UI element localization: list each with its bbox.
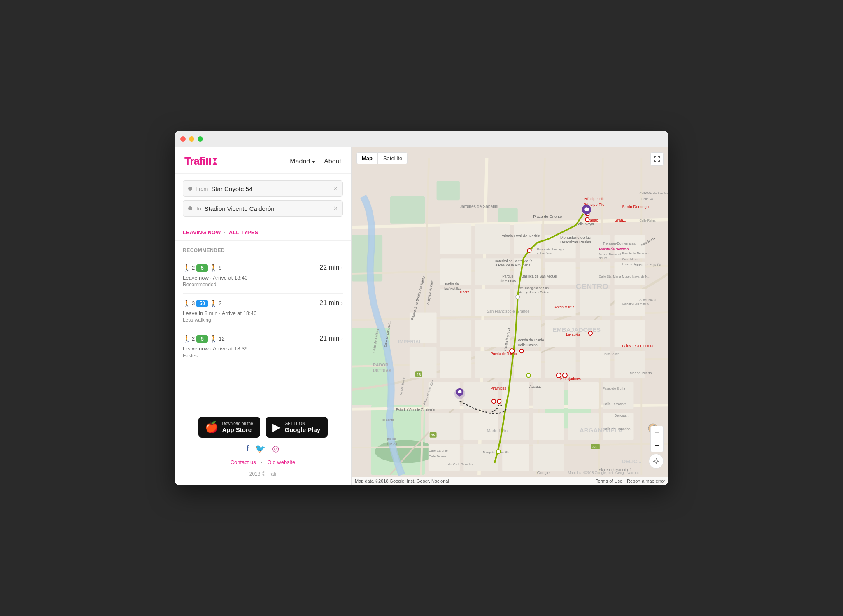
svg-text:las Vistillas: las Vistillas	[444, 287, 461, 291]
google-play-text: GET IT ON Google Play	[285, 421, 321, 434]
map-container[interactable]: Calle Mayor Calle Reina Paseo Imperial C…	[352, 147, 668, 485]
map-attribution-bar: Map data ©2018 Google, Inst. Geogr. Naci…	[352, 477, 668, 485]
to-input-row[interactable]: To Stadion Vicente Calderón ×	[183, 200, 343, 217]
svg-text:Basílica de San Miguel: Basílica de San Miguel	[522, 274, 557, 278]
svg-rect-46	[580, 320, 610, 347]
svg-text:Calle Mayor: Calle Mayor	[576, 222, 594, 226]
svg-text:Fuente de Neptuno: Fuente de Neptuno	[622, 252, 648, 255]
footer-links: Contact us · Old website	[231, 459, 296, 465]
svg-text:15: 15	[431, 433, 435, 437]
close-button[interactable]	[180, 136, 186, 142]
svg-text:Acacias: Acacias	[529, 385, 542, 389]
walk-icon-1: 🚶 3	[183, 299, 195, 307]
locate-button[interactable]	[649, 454, 664, 469]
svg-text:Estadio Vicente Calderón: Estadio Vicente Calderón	[396, 408, 435, 412]
svg-rect-0	[206, 158, 208, 165]
routes-section-label: RECOMMENDED	[183, 247, 343, 253]
route-tag: Recommended	[183, 282, 319, 287]
report-link[interactable]: Report a map error	[627, 478, 665, 483]
svg-text:Calle Tejares: Calle Tejares	[429, 455, 447, 458]
route-icons: 🚶 2 5 🚶 12	[183, 335, 319, 343]
svg-rect-4	[390, 196, 425, 224]
svg-text:Lope de Vega: Lope de Vega	[622, 262, 641, 266]
map-expand-button[interactable]	[650, 152, 664, 166]
svg-text:RADOR: RADOR	[373, 363, 389, 367]
svg-text:Calle Ferrocarril: Calle Ferrocarril	[603, 402, 627, 406]
map-view-button[interactable]: Map	[356, 152, 378, 164]
svg-text:Calle Reina: Calle Reina	[640, 219, 656, 222]
from-input-row[interactable]: From Star Coyote 54 ×	[183, 180, 343, 197]
minimize-button[interactable]	[189, 136, 194, 142]
svg-point-163	[527, 249, 531, 252]
instagram-icon[interactable]: ◎	[272, 443, 279, 453]
twitter-icon[interactable]: 🐦	[255, 443, 265, 453]
from-value: Star Coyote 54	[211, 185, 330, 192]
app-store-line2: App Store	[222, 426, 253, 434]
to-clear-button[interactable]: ×	[334, 205, 338, 212]
bus-badge-5: 5	[196, 264, 208, 272]
google-play-button[interactable]: ▶ GET IT ON Google Play	[266, 417, 328, 438]
bus-badge-50: 50	[196, 300, 208, 307]
svg-point-166	[519, 349, 523, 353]
svg-text:Ópera: Ópera	[460, 290, 470, 294]
svg-text:Palacio Real de Madrid: Palacio Real de Madrid	[501, 233, 540, 238]
nav-right: Madrid About	[290, 158, 341, 165]
contact-us-link[interactable]: Contact us	[231, 459, 256, 465]
satellite-view-button[interactable]: Satellite	[378, 152, 408, 164]
svg-point-165	[510, 349, 514, 353]
city-selector[interactable]: Madrid	[290, 158, 316, 165]
zoom-in-button[interactable]: +	[650, 426, 664, 439]
route-arrow-icon: ›	[341, 264, 343, 271]
svg-point-172	[496, 450, 500, 453]
svg-rect-48	[410, 347, 437, 378]
zoom-controls: + −	[650, 426, 664, 452]
all-types-filter[interactable]: ALL TYPES	[229, 229, 258, 236]
map-view-controls: Map Satellite	[356, 152, 408, 164]
svg-text:Lavapiés: Lavapiés	[566, 332, 580, 336]
svg-text:del Pr...: del Pr...	[599, 256, 609, 260]
svg-text:USTRIAS: USTRIAS	[373, 369, 391, 373]
svg-text:Marqués de Vadillo: Marqués de Vadillo	[483, 450, 509, 454]
route-item[interactable]: 🚶 2 5 🚶 8 Leave now · Arrive at 18:40 Re…	[183, 258, 343, 294]
svg-rect-64	[533, 413, 564, 440]
svg-text:Madrid Río: Madrid Río	[487, 429, 508, 433]
facebook-icon[interactable]: f	[247, 444, 249, 453]
route-item[interactable]: 🚶 2 5 🚶 12 Leave now · Arrive at 18:39 F…	[183, 329, 343, 364]
chevron-down-icon	[312, 161, 316, 163]
old-website-link[interactable]: Old website	[267, 459, 295, 465]
google-play-line2: Google Play	[285, 426, 321, 434]
route-arrow-icon: ›	[341, 335, 343, 342]
header: Trafi Madrid About	[175, 147, 351, 174]
svg-rect-1	[209, 158, 211, 165]
svg-text:que de: que de	[387, 437, 396, 441]
svg-text:Plaza de Oriente: Plaza de Oriente	[533, 214, 562, 219]
svg-rect-68	[463, 444, 498, 471]
footer-link-separator: ·	[261, 459, 263, 465]
route-icons: 🚶 3 50 🚶 2	[183, 299, 319, 307]
maximize-button[interactable]	[198, 136, 203, 142]
about-link[interactable]: About	[324, 158, 341, 165]
svg-text:Parque: Parque	[502, 274, 514, 278]
svg-text:Calle Salitre: Calle Salitre	[603, 352, 619, 356]
route-arrow-icon: ›	[341, 300, 343, 306]
route-item[interactable]: 🚶 3 50 🚶 2 Leave in 8 min · Arrive at 18…	[183, 294, 343, 329]
terms-link[interactable]: Terms of Use	[596, 478, 622, 483]
from-clear-button[interactable]: ×	[334, 185, 338, 192]
route-duration: 21 min ›	[319, 299, 343, 307]
svg-text:Príncipe Pío: Príncipe Pío	[583, 196, 604, 201]
svg-text:Antón Martín: Antón Martín	[554, 305, 575, 309]
svg-text:Descalzas Reales: Descalzas Reales	[560, 240, 591, 244]
app-store-text: Download on the App Store	[222, 421, 253, 434]
filters-row: LEAVING NOW · ALL TYPES	[175, 225, 351, 241]
locate-icon	[652, 457, 660, 465]
svg-text:Museo Naval de N...: Museo Naval de N...	[622, 275, 650, 278]
svg-text:Paseo de Ercilla: Paseo de Ercilla	[603, 387, 625, 390]
app-store-button[interactable]: 🍎 Download on the App Store	[198, 417, 260, 438]
svg-rect-62	[463, 413, 498, 440]
logo-icon	[206, 157, 217, 166]
app-store-line1: Download on the	[222, 421, 253, 426]
leaving-now-filter[interactable]: LEAVING NOW	[183, 229, 221, 236]
svg-text:y San Juan: y San Juan	[537, 252, 553, 255]
zoom-out-button[interactable]: −	[650, 439, 664, 452]
svg-rect-47	[615, 320, 645, 347]
